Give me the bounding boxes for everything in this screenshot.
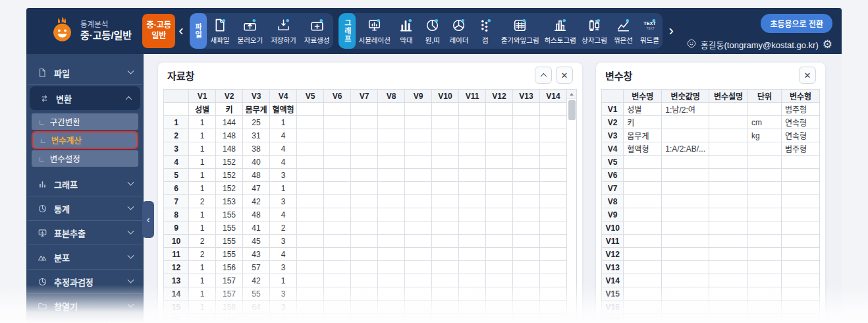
data-cell[interactable]: 1 <box>189 182 216 195</box>
data-cell[interactable] <box>324 116 351 129</box>
data-cell[interactable] <box>486 221 513 235</box>
data-cell[interactable] <box>297 116 324 129</box>
data-cell[interactable] <box>540 248 567 261</box>
variable-values-cell[interactable] <box>662 129 709 142</box>
data-cell[interactable] <box>351 261 378 274</box>
data-cell[interactable] <box>324 261 351 274</box>
row-number-cell[interactable]: 7 <box>164 195 189 208</box>
data-cell[interactable]: 4 <box>270 208 297 221</box>
variable-values-cell[interactable] <box>662 195 709 208</box>
variable-name-cell[interactable] <box>624 274 662 287</box>
data-cell[interactable] <box>486 314 513 323</box>
data-cell[interactable] <box>324 142 351 156</box>
variable-values-cell[interactable] <box>662 156 709 169</box>
data-cell[interactable] <box>351 287 378 301</box>
data-cell[interactable] <box>459 287 486 301</box>
data-cell[interactable] <box>486 142 513 156</box>
data-cell[interactable]: 55 <box>243 287 270 301</box>
data-cell[interactable]: 45 <box>243 235 270 248</box>
variable-id-cell[interactable]: V9 <box>602 208 624 221</box>
data-cell[interactable]: 4 <box>270 156 297 169</box>
data-cell[interactable]: 152 <box>216 182 243 195</box>
variable-id-cell[interactable]: V1 <box>602 103 624 116</box>
variable-name-cell[interactable] <box>624 182 662 195</box>
row-number-cell[interactable]: 5 <box>164 169 189 182</box>
data-cell[interactable]: 57 <box>243 261 270 274</box>
row-number-cell[interactable]: 1 <box>164 116 189 129</box>
data-cell[interactable] <box>432 287 459 301</box>
data-cell[interactable]: 38 <box>243 142 270 156</box>
variable-values-cell[interactable] <box>662 314 709 323</box>
data-cell[interactable] <box>351 129 378 142</box>
variable-type-cell[interactable] <box>781 169 819 182</box>
variable-type-cell[interactable] <box>781 235 819 248</box>
column-header[interactable]: V2 <box>216 90 243 103</box>
data-cell[interactable]: 3 <box>270 301 297 314</box>
data-cell[interactable] <box>351 142 378 156</box>
data-cell[interactable] <box>324 274 351 287</box>
data-cell[interactable]: 41 <box>243 221 270 235</box>
sidebar-subitem-0[interactable]: ∟구간변환 <box>32 113 138 130</box>
toolbar-scroll-right-icon[interactable]: › <box>665 24 676 38</box>
variable-desc-cell[interactable] <box>709 116 748 129</box>
data-cell[interactable]: 42 <box>243 274 270 287</box>
variable-label-cell[interactable] <box>432 103 459 116</box>
column-header[interactable]: V9 <box>405 90 432 103</box>
variable-unit-cell[interactable] <box>747 195 781 208</box>
data-cell[interactable] <box>405 208 432 221</box>
data-cell[interactable] <box>540 221 567 235</box>
data-cell[interactable]: 156 <box>216 261 243 274</box>
data-cell[interactable] <box>324 301 351 314</box>
data-cell[interactable] <box>459 129 486 142</box>
column-header[interactable]: V3 <box>243 90 270 103</box>
data-cell[interactable] <box>405 142 432 156</box>
row-number-cell[interactable]: 13 <box>164 274 189 287</box>
data-cell[interactable]: 48 <box>243 169 270 182</box>
data-cell[interactable] <box>432 221 459 235</box>
data-cell[interactable] <box>486 195 513 208</box>
data-cell[interactable] <box>432 314 459 323</box>
variable-values-cell[interactable] <box>662 116 709 129</box>
data-cell[interactable] <box>459 182 486 195</box>
variable-desc-cell[interactable] <box>709 235 748 248</box>
data-grid-scrollbar[interactable] <box>567 89 577 323</box>
data-cell[interactable] <box>324 287 351 301</box>
data-cell[interactable]: 152 <box>216 169 243 182</box>
variable-label-cell[interactable]: 몸무게 <box>243 103 270 116</box>
data-cell[interactable] <box>486 129 513 142</box>
toolbar-histogram-button[interactable]: 히스토그램 <box>541 13 579 49</box>
data-cell[interactable]: 48 <box>243 208 270 221</box>
column-header[interactable]: V6 <box>324 90 351 103</box>
variable-label-cell[interactable] <box>486 103 513 116</box>
data-cell[interactable] <box>513 261 540 274</box>
data-cell[interactable]: 25 <box>243 116 270 129</box>
toolbar-new-file-button[interactable]: 새파일 <box>207 13 234 49</box>
toolbar-bar-chart-button[interactable]: 막대 <box>393 13 420 49</box>
data-cell[interactable] <box>351 195 378 208</box>
data-cell[interactable]: 64 <box>243 301 270 314</box>
data-cell[interactable] <box>540 195 567 208</box>
variable-window-close-button[interactable]: ✕ <box>799 67 816 84</box>
data-cell[interactable] <box>486 208 513 221</box>
variable-desc-cell[interactable] <box>709 287 748 301</box>
variable-name-cell[interactable]: 키 <box>624 116 662 129</box>
column-header[interactable]: V4 <box>270 90 297 103</box>
variable-name-cell[interactable] <box>624 195 662 208</box>
data-cell[interactable] <box>486 116 513 129</box>
data-cell[interactable] <box>432 156 459 169</box>
data-cell[interactable] <box>297 287 324 301</box>
variable-id-cell[interactable]: V15 <box>602 287 624 301</box>
variable-label-cell[interactable] <box>297 103 324 116</box>
data-cell[interactable]: 47 <box>243 182 270 195</box>
data-cell[interactable] <box>405 129 432 142</box>
data-cell[interactable]: 2 <box>270 221 297 235</box>
data-cell[interactable] <box>405 261 432 274</box>
variable-unit-cell[interactable] <box>747 248 781 261</box>
toolbar-stem-leaf-button[interactable]: 줄기와잎그림 <box>499 13 541 49</box>
variable-type-cell[interactable] <box>781 221 819 235</box>
variable-id-cell[interactable]: V5 <box>602 156 624 169</box>
variable-desc-cell[interactable] <box>709 182 748 195</box>
data-cell[interactable] <box>351 221 378 235</box>
row-number-cell[interactable]: 16 <box>164 314 189 323</box>
variable-type-cell[interactable] <box>781 156 819 169</box>
